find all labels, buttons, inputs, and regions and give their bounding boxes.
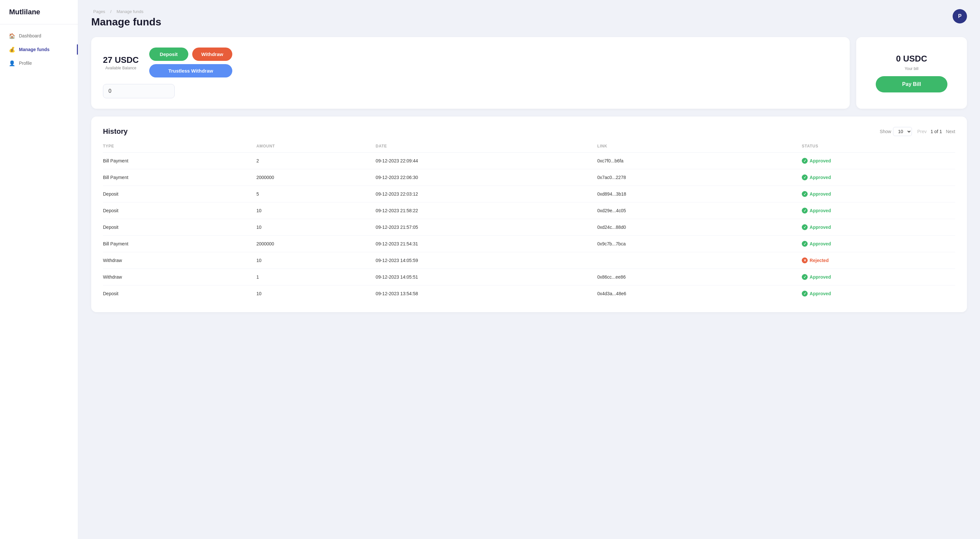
breadcrumb-separator: / (110, 9, 112, 14)
cell-link[interactable]: 0x86cc...ee86 (597, 269, 802, 285)
user-avatar[interactable]: P (953, 9, 967, 24)
sidebar-item-label-manage-funds: Manage funds (19, 47, 49, 52)
status-label: Approved (810, 241, 831, 246)
cell-date: 09-12-2023 21:58:22 (375, 203, 597, 219)
table-row: Deposit 10 09-12-2023 13:54:58 0x4d3a...… (103, 285, 955, 302)
sidebar-nav: 🏠 Dashboard 💰 Manage funds 👤 Profile (0, 30, 78, 69)
history-table: TYPE AMOUNT DATE LINK STATUS Bill Paymen… (103, 144, 955, 302)
page-header-left: Pages / Manage funds Manage funds (91, 9, 161, 28)
cell-link[interactable]: 0xd29e...4c05 (597, 203, 802, 219)
status-label: Approved (810, 274, 831, 280)
balance-input[interactable] (103, 84, 175, 98)
bill-card: 0 USDC Your bill Pay Bill (856, 37, 967, 109)
history-controls: Show 10 25 50 Prev 1 of 1 Next (880, 127, 955, 136)
cell-amount: 2000000 (256, 169, 375, 186)
cell-date: 09-12-2023 13:54:58 (375, 285, 597, 302)
table-row: Deposit 10 09-12-2023 21:58:22 0xd29e...… (103, 203, 955, 219)
sidebar-item-manage-funds[interactable]: 💰 Manage funds (4, 43, 74, 55)
cell-amount: 10 (256, 252, 375, 269)
breadcrumb: Pages / Manage funds (91, 9, 161, 14)
balance-label: Available Balance (103, 66, 139, 70)
status-badge: ✓ Approved (802, 158, 955, 164)
cell-type: Withdraw (103, 269, 256, 285)
cell-link[interactable]: 0x4d3a...48e6 (597, 285, 802, 302)
page-title: Manage funds (91, 16, 161, 28)
status-badge: ✓ Approved (802, 274, 955, 280)
cell-type: Withdraw (103, 252, 256, 269)
btn-row-top: Deposit Withdraw (149, 48, 232, 61)
cell-status: ✓ Approved (802, 219, 955, 236)
cell-link[interactable]: 0x7ac0...2278 (597, 169, 802, 186)
cell-link[interactable]: 0xd894...3b18 (597, 186, 802, 203)
cell-status: ✓ Approved (802, 153, 955, 169)
page-header: Pages / Manage funds Manage funds P (91, 9, 967, 28)
cell-date: 09-12-2023 22:06:30 (375, 169, 597, 186)
cell-link[interactable]: 0x9c7b...7bca (597, 236, 802, 252)
status-badge: ✓ Approved (802, 174, 955, 180)
show-select[interactable]: 10 25 50 (893, 127, 912, 136)
cell-amount: 10 (256, 219, 375, 236)
cell-type: Deposit (103, 285, 256, 302)
status-label: Approved (810, 191, 831, 197)
cell-date: 09-12-2023 21:57:05 (375, 219, 597, 236)
deposit-button[interactable]: Deposit (149, 48, 188, 61)
status-badge: ✓ Approved (802, 241, 955, 247)
status-badge: ✕ Rejected (802, 257, 955, 263)
profile-icon: 👤 (9, 60, 15, 66)
app-logo: Mutlilane (0, 8, 78, 24)
balance-input-wrap (103, 84, 838, 98)
status-icon: ✓ (802, 191, 808, 197)
show-label: Show (880, 129, 891, 134)
balance-top: 27 USDC Available Balance Deposit Withdr… (103, 48, 838, 78)
table-row: Withdraw 10 09-12-2023 14:05:59 ✕ Reject… (103, 252, 955, 269)
table-row: Bill Payment 2000000 09-12-2023 21:54:31… (103, 236, 955, 252)
pagination-next[interactable]: Next (946, 129, 955, 134)
col-header-date: DATE (375, 144, 597, 153)
bill-label: Your bill (905, 67, 918, 71)
funds-icon: 💰 (9, 46, 15, 52)
sidebar-item-profile[interactable]: 👤 Profile (4, 57, 74, 69)
cell-date: 09-12-2023 14:05:51 (375, 269, 597, 285)
status-icon: ✓ (802, 224, 808, 230)
status-label: Approved (810, 208, 831, 213)
cell-date: 09-12-2023 22:09:44 (375, 153, 597, 169)
cell-link[interactable]: 0xd24c...88d0 (597, 219, 802, 236)
table-header-row: TYPE AMOUNT DATE LINK STATUS (103, 144, 955, 153)
pagination: Prev 1 of 1 Next (917, 129, 955, 134)
status-icon: ✓ (802, 291, 808, 296)
table-row: Bill Payment 2000000 09-12-2023 22:06:30… (103, 169, 955, 186)
status-icon: ✕ (802, 257, 808, 263)
col-header-amount: AMOUNT (256, 144, 375, 153)
status-badge: ✓ Approved (802, 191, 955, 197)
pay-bill-button[interactable]: Pay Bill (876, 76, 947, 92)
cell-type: Bill Payment (103, 236, 256, 252)
pagination-current: 1 of 1 (931, 129, 942, 134)
sidebar-item-dashboard[interactable]: 🏠 Dashboard (4, 30, 74, 42)
cell-status: ✓ Approved (802, 236, 955, 252)
cell-amount: 2 (256, 153, 375, 169)
status-icon: ✓ (802, 208, 808, 214)
bill-amount: 0 USDC (896, 54, 927, 64)
table-row: Bill Payment 2 09-12-2023 22:09:44 0xc7f… (103, 153, 955, 169)
status-badge: ✓ Approved (802, 291, 955, 296)
cell-type: Bill Payment (103, 169, 256, 186)
cell-status: ✕ Rejected (802, 252, 955, 269)
trustless-withdraw-button[interactable]: Trustless Withdraw (149, 64, 232, 78)
cell-status: ✓ Approved (802, 169, 955, 186)
breadcrumb-current: Manage funds (117, 9, 143, 14)
col-header-type: TYPE (103, 144, 256, 153)
balance-btn-group: Deposit Withdraw Trustless Withdraw (149, 48, 232, 78)
table-row: Deposit 5 09-12-2023 22:03:12 0xd894...3… (103, 186, 955, 203)
cell-amount: 2000000 (256, 236, 375, 252)
col-header-link: LINK (597, 144, 802, 153)
withdraw-button[interactable]: Withdraw (192, 48, 232, 61)
show-select-wrap: Show 10 25 50 (880, 127, 912, 136)
cell-amount: 10 (256, 203, 375, 219)
breadcrumb-parent: Pages (93, 9, 105, 14)
cell-status: ✓ Approved (802, 203, 955, 219)
cell-status: ✓ Approved (802, 285, 955, 302)
table-row: Deposit 10 09-12-2023 21:57:05 0xd24c...… (103, 219, 955, 236)
status-label: Approved (810, 158, 831, 163)
cell-link[interactable]: 0xc7f0...b6fa (597, 153, 802, 169)
cell-link (597, 252, 802, 269)
